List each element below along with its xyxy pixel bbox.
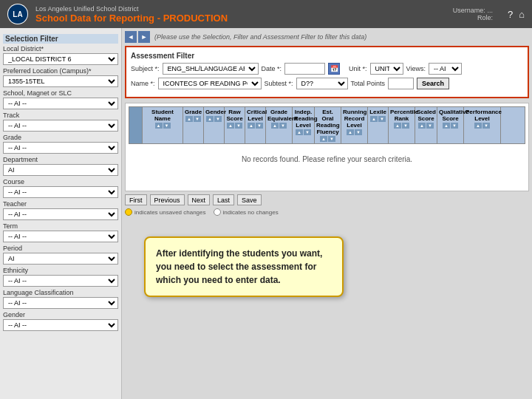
sort-perf-asc[interactable]: ▲ [474, 123, 482, 129]
filter-row-1: Subject *: ENG_SHL/LANGUAGE ARTS Date *:… [131, 63, 523, 75]
sort-pct-desc[interactable]: ▼ [402, 123, 409, 129]
no-changes-icon [214, 208, 221, 216]
assessment-filter-title: Assessment Filter [131, 52, 523, 60]
sidebar-field-ethnicity: Ethnicity -- AI -- [3, 267, 118, 287]
header-title-block: Los Angeles Unified School District Scho… [35, 5, 228, 24]
first-button[interactable]: First [125, 194, 147, 205]
date-label: Date *: [262, 65, 282, 72]
next-button[interactable]: Next [188, 194, 211, 205]
th-scaled-score: Scaled Score ▲ ▼ [415, 107, 437, 143]
table-header: Student Name ▲ ▼ Grade ▲ ▼ Gender [129, 106, 525, 144]
lang-class-select[interactable]: -- AI -- [3, 297, 118, 309]
help-icon[interactable]: ? [508, 9, 513, 20]
grade-select[interactable]: -- AI -- [3, 142, 118, 154]
sidebar-field-course: Course -- AI -- [3, 178, 118, 198]
legend-no-changes: indicates no changes [214, 208, 279, 216]
gender-select[interactable]: -- AI -- [3, 319, 118, 331]
sidebar-field-gender: Gender -- AI -- [3, 311, 118, 331]
no-records-message: No records found. Please refine your sea… [129, 144, 525, 174]
unsaved-icon [125, 208, 132, 216]
pagination-row: First Previous Next Last Save [125, 194, 529, 205]
search-button[interactable]: Search [417, 78, 449, 89]
sort-gender-desc[interactable]: ▼ [214, 116, 222, 122]
sort-lexile-asc[interactable]: ▲ [370, 116, 378, 122]
sort-grade-desc[interactable]: ▼ [194, 116, 201, 122]
th-grade: Grade ▲ ▼ [183, 107, 204, 143]
views-select[interactable]: -- AI -- [429, 63, 462, 75]
sidebar-field-lang-class: Language Classification -- AI -- [3, 289, 118, 309]
legend-row: indicates unsaved changes indicates no c… [125, 208, 529, 216]
sort-student-asc[interactable]: ▲ [155, 123, 163, 129]
term-select[interactable]: -- AI -- [3, 231, 118, 242]
department-label: Department [3, 156, 118, 163]
th-est-oral: Est. Oral Reading Fluency ▲ ▼ [315, 107, 341, 143]
sort-pct-asc[interactable]: ▲ [394, 123, 401, 129]
sort-raw-asc[interactable]: ▲ [227, 123, 234, 129]
header-user: Username: ... Role: [453, 7, 493, 21]
slc-select[interactable]: -- AI -- [3, 98, 118, 109]
period-label: Period [3, 245, 118, 252]
sort-gender-asc[interactable]: ▲ [206, 116, 214, 122]
subject-select[interactable]: ENG_SHL/LANGUAGE ARTS [163, 63, 259, 75]
th-qualitative: Qualitative Score ▲ ▼ [437, 107, 464, 143]
home-icon[interactable]: ⌂ [519, 9, 525, 20]
sort-indep-asc[interactable]: ▲ [296, 129, 303, 135]
ethnicity-label: Ethnicity [3, 267, 118, 274]
calendar-icon[interactable]: 📅 [328, 63, 340, 75]
name-select[interactable]: ICONTECS OF READING POWER [158, 78, 262, 89]
subtest-select[interactable]: D?? [296, 78, 348, 89]
sort-qual-asc[interactable]: ▲ [443, 123, 450, 129]
local-district-select[interactable]: _LOCAL DISTRICT 6 [3, 53, 118, 65]
nav-right-button[interactable]: ► [138, 31, 150, 43]
previous-button[interactable]: Previous [150, 194, 185, 205]
department-select[interactable]: AI [3, 164, 118, 176]
sort-est-asc[interactable]: ▲ [320, 136, 327, 142]
sort-indep-desc[interactable]: ▼ [304, 129, 311, 135]
sort-student-desc[interactable]: ▼ [163, 123, 171, 129]
sort-gradeeq-desc[interactable]: ▼ [279, 123, 287, 129]
track-label: Track [3, 112, 118, 119]
course-select[interactable]: -- AI -- [3, 186, 118, 198]
date-input[interactable] [284, 63, 325, 75]
th-indep-reading: Indep. Reading Level ▲ ▼ [293, 107, 315, 143]
svg-text:LA: LA [13, 10, 22, 18]
track-select[interactable]: -- AI -- [3, 120, 118, 132]
last-button[interactable]: Last [213, 194, 234, 205]
logo: LA [7, 4, 28, 24]
total-points-input[interactable] [388, 78, 414, 89]
subject-label: Subject *: [131, 65, 160, 72]
sort-gradeeq-asc[interactable]: ▲ [271, 123, 279, 129]
course-label: Course [3, 178, 118, 185]
sort-running-asc[interactable]: ▲ [347, 129, 354, 135]
sort-running-desc[interactable]: ▼ [355, 129, 362, 135]
ethnicity-select[interactable]: -- AI -- [3, 275, 118, 287]
total-points-label: Total Points [351, 80, 386, 87]
subtest-label: Subtest *: [265, 80, 293, 87]
sort-critical-asc[interactable]: ▲ [248, 123, 255, 129]
sort-raw-desc[interactable]: ▼ [235, 123, 242, 129]
unit-select[interactable]: UNIT [370, 63, 403, 75]
sort-perf-desc[interactable]: ▼ [482, 123, 490, 129]
sort-scaled-asc[interactable]: ▲ [418, 123, 426, 129]
th-performance-level: Performance Level ▲ ▼ [464, 107, 501, 143]
nav-hint-text: (Please use the Selection, Filter and As… [154, 33, 366, 41]
sort-lexile-desc[interactable]: ▼ [378, 116, 386, 122]
sidebar-field-period: Period AI [3, 245, 118, 265]
period-select[interactable]: AI [3, 253, 118, 265]
sort-est-desc[interactable]: ▼ [328, 136, 335, 142]
teacher-select[interactable]: -- AI -- [3, 208, 118, 220]
sort-critical-desc[interactable]: ▼ [256, 123, 263, 129]
lang-class-label: Language Classification [3, 289, 118, 296]
sort-scaled-desc[interactable]: ▼ [426, 123, 434, 129]
app-header: LA Los Angeles Unified School District S… [0, 0, 532, 28]
nav-left-button[interactable]: ◄ [125, 31, 137, 43]
th-lexile: Lexile ▲ ▼ [368, 107, 389, 143]
term-label: Term [3, 222, 118, 230]
campus-select[interactable]: 1355-15TEL [3, 75, 118, 87]
sidebar-field-teacher: Teacher -- AI -- [3, 200, 118, 220]
sort-grade-asc[interactable]: ▲ [185, 116, 193, 122]
save-button[interactable]: Save [237, 194, 262, 205]
tooltip-box: After identifying the students you want,… [144, 236, 344, 297]
sidebar: Selection Filter Local District* _LOCAL … [0, 28, 122, 399]
sort-qual-desc[interactable]: ▼ [451, 123, 458, 129]
